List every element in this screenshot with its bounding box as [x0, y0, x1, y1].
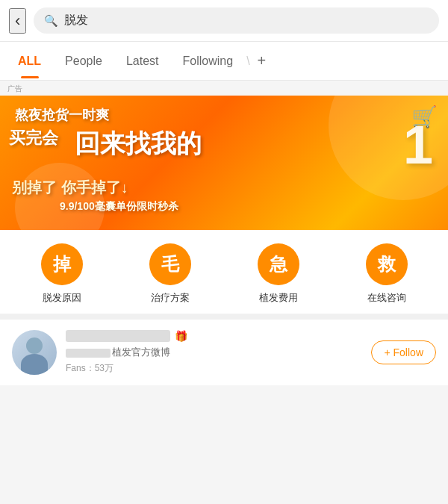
avatar: [12, 330, 57, 375]
user-fans: Fans：53万: [66, 362, 362, 375]
category-section: 掉 脱发原因 毛 治疗方案 急 植发费用 救 在线咨询: [0, 230, 448, 314]
search-bar[interactable]: 🔍 脱发: [34, 7, 439, 34]
user-name-row: 🎁: [66, 330, 362, 342]
category-item-3[interactable]: 急 植发费用: [258, 243, 299, 305]
banner-text-4: 别掉了 你手掉了↓: [12, 178, 128, 198]
category-label-1: 脱发原因: [43, 291, 81, 305]
banner-text-5: 9.9/100毫囊单份限时秒杀: [60, 200, 178, 214]
banner-text-3: 回来找我的: [75, 127, 202, 161]
category-icon-3: 急: [258, 243, 299, 285]
user-name-emoji: 🎁: [175, 330, 187, 342]
category-label-2: 治疗方案: [151, 291, 190, 305]
search-query-text: 脱发: [64, 13, 88, 28]
user-name-blurred: [66, 330, 170, 342]
user-handle-blur: [66, 349, 111, 358]
tab-latest[interactable]: Latest: [114, 44, 171, 78]
section-divider: [0, 314, 448, 320]
category-icon-1: 掉: [41, 243, 83, 285]
ad-label: 广告: [0, 81, 448, 96]
category-label-4: 在线咨询: [367, 291, 406, 305]
category-item-4[interactable]: 救 在线咨询: [366, 243, 408, 305]
category-icon-4: 救: [366, 243, 408, 285]
user-subtitle-text: 植发官方微博: [112, 346, 170, 358]
category-icon-2: 毛: [149, 243, 191, 285]
category-item-2[interactable]: 毛 治疗方案: [149, 243, 191, 305]
user-subtitle: 植发官方微博: [66, 346, 362, 359]
banner-big-number: 1: [403, 118, 433, 172]
banner-text-2: 买完会: [9, 127, 58, 149]
tab-all[interactable]: ALL: [6, 44, 53, 78]
category-label-3: 植发费用: [259, 291, 298, 305]
user-info: 🎁 植发官方微博 Fans：53万: [66, 330, 362, 375]
search-icon: 🔍: [44, 14, 58, 28]
category-item-1[interactable]: 掉 脱发原因: [41, 243, 83, 305]
tab-add-button[interactable]: +: [252, 42, 273, 80]
back-button[interactable]: ‹: [9, 8, 26, 34]
tab-bar: ALL People Latest Following \ +: [0, 42, 448, 81]
banner-text-1: 熬夜抢货一时爽: [15, 106, 109, 124]
tab-following[interactable]: Following: [171, 44, 246, 78]
follow-button[interactable]: + Follow: [371, 340, 436, 364]
tab-divider: \: [245, 55, 251, 68]
user-card: 🎁 植发官方微博 Fans：53万 + Follow: [0, 320, 448, 385]
tab-people[interactable]: People: [53, 44, 114, 78]
ad-banner[interactable]: 🛒 1 熬夜抢货一时爽 买完会 回来找我的 别掉了 你手掉了↓ 9.9/100毫…: [0, 96, 448, 230]
header: ‹ 🔍 脱发: [0, 0, 448, 42]
